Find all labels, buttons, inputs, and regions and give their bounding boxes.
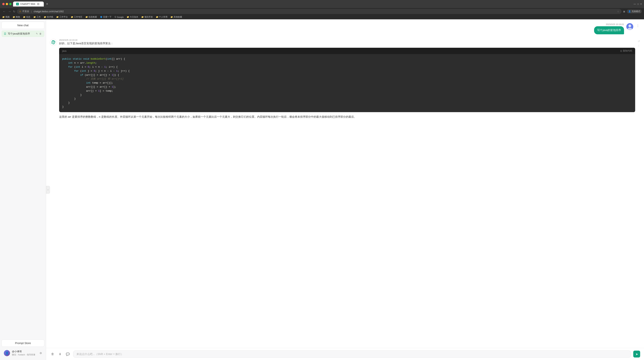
- security-icon: ⚠: [19, 10, 21, 13]
- code-copy-button[interactable]: ⊡ 复制代码: [620, 49, 632, 52]
- refresh-button[interactable]: ↻: [13, 10, 15, 13]
- tab-title: ChatGPT Web: [20, 3, 35, 5]
- copy-icon: ⊡: [620, 50, 622, 52]
- bookmark-item-zone[interactable]: 📁 工作专区: [71, 15, 82, 18]
- address-right-controls: ▣ 👤 无痕模式: [623, 9, 642, 13]
- chat-item-icon: ☰: [4, 32, 6, 35]
- tab-close-button[interactable]: ×: [37, 3, 40, 5]
- bookmark-item-infosearch[interactable]: 📁 信息检索: [86, 15, 97, 18]
- google-icon: G: [115, 16, 116, 18]
- bookmark-label: 项目开发: [144, 15, 153, 18]
- window-maximize[interactable]: □: [638, 3, 639, 5]
- bookmark-folder-icon: 📁: [13, 16, 15, 18]
- ai-message-wrapper: 2023/3/25 10:19:18 好的，以下是Java语言实现的冒泡排序算法…: [50, 39, 640, 119]
- bookmark-item-shop[interactable]: 📁 购物: [13, 15, 20, 18]
- bookmark-folder-icon: 📁: [156, 16, 158, 18]
- bookmark-item-todaycut[interactable]: 📁 今日划水: [127, 15, 138, 18]
- message-input[interactable]: [76, 353, 628, 356]
- bookmarks-bar: 📁 视频 📁 购物 📁 信息 📁 工作 📁 技术栈 📁 工作平台 📁 工作专区 …: [0, 15, 644, 19]
- profile-icon: 👤: [628, 10, 631, 13]
- chat-item-actions: ✎ 🗑: [36, 32, 42, 35]
- address-bar: ← → ↻ ⚠ 不安全 | chatgpt.itedus.cn/#/chat/1…: [0, 8, 644, 15]
- baidu-icon: 🔷: [100, 16, 102, 18]
- user-info: @小傅哥 微信：fustack - 指导部著: [12, 350, 38, 356]
- window-close[interactable]: ×: [640, 3, 642, 5]
- bookmark-folder-icon: 📁: [2, 16, 4, 18]
- forward-button[interactable]: →: [8, 9, 12, 14]
- bookmark-item-video[interactable]: 📁 视频: [2, 15, 10, 18]
- bookmark-item-baidu[interactable]: 🔷 百度一下: [100, 15, 112, 18]
- profile-label: 无痕模式: [632, 10, 640, 13]
- user-message-avatar: [626, 23, 633, 30]
- bookmark-folder-icon: 📁: [23, 16, 25, 18]
- download-button[interactable]: ⬇: [58, 351, 62, 357]
- bookmark-folder-icon: 📁: [86, 16, 88, 18]
- share-button[interactable]: 💬: [65, 351, 71, 357]
- bookmark-label: 视频: [6, 15, 10, 18]
- chat-item-label: 写个java的冒泡排序: [8, 32, 34, 35]
- bookmark-folder-icon: 📁: [34, 16, 36, 18]
- browser-controls: — □ ×: [634, 3, 642, 5]
- message-more-options[interactable]: ⋮: [638, 44, 640, 47]
- bookmark-item-work[interactable]: 📁 工作: [34, 15, 41, 18]
- delete-input-button[interactable]: 🗑: [50, 351, 55, 357]
- code-header: java ⊡ 复制代码: [59, 48, 635, 54]
- bookmark-label: 其他收藏: [174, 15, 182, 18]
- settings-button[interactable]: ⚙: [40, 352, 42, 355]
- message-more-button[interactable]: ⋮: [636, 23, 640, 28]
- bookmark-label: Google: [117, 16, 124, 18]
- svg-point-1: [628, 24, 631, 27]
- messages-area: 2023/3/25 10:19:01 写个java的冒泡排序 ⋮: [46, 19, 644, 348]
- bookmark-item-personal[interactable]: 📁 个人常用: [156, 15, 168, 18]
- bookmark-label: 购物: [16, 15, 20, 18]
- profile-area[interactable]: 👤 无痕模式: [627, 9, 642, 13]
- bookmark-label: 信息检索: [88, 15, 97, 18]
- ai-description-text: 这里的 arr 是要排序的整数数组，n 是数组的长度。外层循环从第一个元素开始，…: [59, 114, 635, 119]
- nav-arrows: ← →: [2, 9, 12, 14]
- sidebar-collapse-button[interactable]: ‹: [46, 186, 50, 194]
- new-tab-button[interactable]: +: [45, 2, 49, 6]
- user-name: @小傅哥: [12, 350, 38, 353]
- regenerate-button[interactable]: ↺: [638, 40, 640, 43]
- minimize-button[interactable]: [6, 3, 8, 5]
- new-chat-button[interactable]: New chat: [2, 22, 44, 29]
- bookmark-item-info[interactable]: 📁 信息: [23, 15, 30, 18]
- user-message-content: 2023/3/25 10:19:01 写个java的冒泡排序: [594, 23, 624, 34]
- bookmark-item-tech[interactable]: 📁 技术栈: [44, 15, 53, 18]
- chat-history-item[interactable]: ☰ 写个java的冒泡排序 ✎ 🗑: [2, 30, 44, 37]
- user-area: 👤 @小傅哥 微信：fustack - 指导部著 ⚙: [2, 348, 44, 358]
- back-button[interactable]: ←: [2, 9, 6, 14]
- user-avatar: 👤: [4, 350, 10, 356]
- code-language-label: java: [62, 50, 66, 52]
- delete-chat-button[interactable]: 🗑: [39, 32, 42, 35]
- sidebar-spacer: [2, 38, 44, 340]
- code-block: java ⊡ 复制代码 public static void bubbleSor…: [59, 48, 635, 112]
- prompt-store-button[interactable]: Prompt Store: [2, 340, 44, 347]
- send-button[interactable]: ➤: [633, 351, 640, 358]
- user-message-wrapper: 2023/3/25 10:19:01 写个java的冒泡排序 ⋮: [50, 23, 640, 34]
- bookmark-item-projdev[interactable]: 📁 项目开发: [141, 15, 153, 18]
- bookmark-label: 今日划水: [130, 15, 138, 18]
- bookmark-label: 工作: [36, 15, 41, 18]
- close-button[interactable]: [2, 3, 4, 5]
- main-chat-area: 2023/3/25 10:19:01 写个java的冒泡排序 ⋮: [46, 19, 644, 360]
- bookmark-item-platform[interactable]: 📁 工作平台: [56, 15, 68, 18]
- active-tab[interactable]: G ChatGPT Web ×: [13, 1, 44, 6]
- bookmark-label: 百度一下: [103, 15, 112, 18]
- bookmark-star-button[interactable]: ☆: [617, 10, 619, 13]
- bookmark-folder-icon: 📁: [141, 16, 144, 18]
- bookmark-folder-icon: 📁: [71, 16, 73, 18]
- browser-chrome: G ChatGPT Web × + — □ ×: [0, 0, 644, 8]
- window-minimize[interactable]: —: [634, 3, 636, 5]
- maximize-button[interactable]: [9, 3, 12, 5]
- url-bar[interactable]: ⚠ 不安全 | chatgpt.itedus.cn/#/chat/1002 ☆: [17, 9, 622, 14]
- bookmark-folder-icon: 📁: [127, 16, 129, 18]
- tab-bar: G ChatGPT Web × +: [13, 1, 632, 6]
- sidebar-toggle-button[interactable]: ▣: [623, 10, 625, 13]
- edit-chat-button[interactable]: ✎: [36, 32, 38, 35]
- bookmark-item-google[interactable]: G Google: [115, 16, 124, 18]
- user-message-timestamp: 2023/3/25 10:19:01: [606, 23, 624, 25]
- ai-message-timestamp: 2023/3/25 10:19:18: [59, 39, 635, 41]
- bookmark-label: 技术栈: [47, 15, 53, 18]
- bookmark-item-other[interactable]: 📁 其他收藏: [170, 15, 182, 18]
